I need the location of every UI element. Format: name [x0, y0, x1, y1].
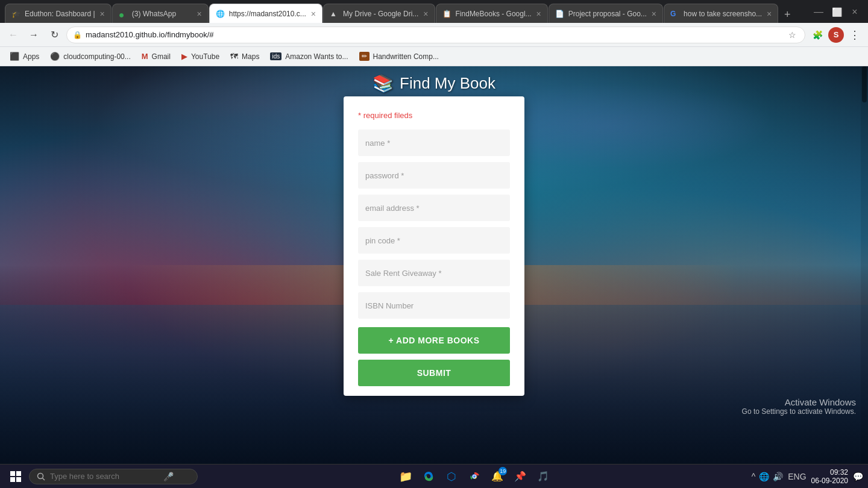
- maps-icon: 🗺: [230, 52, 238, 61]
- microphone-icon[interactable]: 🎤: [163, 472, 174, 481]
- tab-favicon-screenshot: G: [670, 10, 679, 18]
- action-center-icon[interactable]: 💬: [853, 472, 863, 481]
- gmail-icon: M: [142, 52, 148, 61]
- taskbar-search-bar[interactable]: 🎤: [29, 469, 198, 484]
- tab-favicon-drive: ▲: [330, 10, 338, 18]
- bookmark-gmail[interactable]: M Gmail: [137, 49, 175, 64]
- minimize-button[interactable]: —: [810, 4, 827, 20]
- svg-point-4: [38, 473, 43, 478]
- profile-button[interactable]: S: [828, 27, 844, 43]
- bookmark-youtube-label: YouTube: [191, 52, 219, 61]
- isbn-input[interactable]: [358, 292, 510, 319]
- taskbar-notifications-app[interactable]: 🔔 19: [486, 466, 508, 487]
- tab-favicon-eduthon: 🎓: [11, 10, 20, 18]
- menu-button[interactable]: ⋮: [846, 27, 863, 43]
- tab-proposal[interactable]: 📄 Project proposal - Goo... ×: [549, 4, 663, 23]
- bookmark-handwritten[interactable]: ✏ Handwritten Comp...: [354, 49, 444, 64]
- bookmark-youtube[interactable]: ▶ YouTube: [177, 49, 224, 64]
- new-tab-button[interactable]: +: [779, 6, 796, 23]
- bookmark-maps-label: Maps: [242, 52, 259, 61]
- taskbar-vscode[interactable]: ⬡: [441, 466, 462, 487]
- tab-title-findmybook: https://madanst2010.c...: [229, 10, 306, 18]
- back-button[interactable]: ←: [5, 27, 22, 43]
- taskbar-right: ^ 🌐 🔊 ENG 09:32 06-09-2020 💬: [752, 468, 863, 485]
- tab-close-whatsapp[interactable]: ×: [197, 9, 202, 19]
- notification-badge: 19: [498, 467, 507, 475]
- windows-logo-icon: [10, 471, 21, 482]
- tab-close-findmebooks[interactable]: ×: [536, 9, 541, 19]
- bookmarks-bar: ⬛ Apps ⚫ cloudcomputing-00... M Gmail ▶ …: [0, 47, 868, 66]
- taskbar-app-extra2[interactable]: 🎵: [532, 466, 554, 487]
- bookmark-apps-label: Apps: [23, 52, 39, 61]
- email-input[interactable]: [358, 195, 510, 221]
- taskbar-file-explorer[interactable]: 📁: [395, 466, 417, 487]
- taskbar-edge[interactable]: [418, 466, 439, 487]
- handwritten-icon: ✏: [359, 52, 370, 61]
- site-title-container: 📚 Find My Book: [373, 74, 495, 93]
- extensions-button[interactable]: 🧩: [809, 27, 826, 43]
- tab-whatsapp[interactable]: ● (3) WhatsApp ×: [112, 4, 209, 23]
- tab-close-screenshot[interactable]: ×: [767, 9, 772, 19]
- browser-window: 🎓 Eduthon: Dashboard | × ● (3) WhatsApp …: [0, 0, 868, 464]
- clock-time: 09:32: [811, 468, 848, 477]
- taskbar-app-extra1[interactable]: 📌: [509, 466, 531, 487]
- tab-screenshot[interactable]: G how to take screensho... ×: [664, 4, 778, 23]
- language-indicator[interactable]: ENG: [788, 472, 806, 481]
- bookmark-maps[interactable]: 🗺 Maps: [225, 49, 264, 64]
- forward-button[interactable]: →: [25, 27, 42, 43]
- submit-button[interactable]: SUBMIT: [358, 360, 510, 386]
- svg-rect-0: [10, 471, 15, 476]
- tab-title-eduthon: Eduthon: Dashboard |: [25, 10, 95, 18]
- maximize-button[interactable]: ⬜: [828, 4, 845, 20]
- tab-close-proposal[interactable]: ×: [652, 9, 656, 19]
- tray-expand-icon[interactable]: ^: [752, 472, 756, 481]
- bookmark-github-label: cloudcomputing-00...: [63, 52, 130, 61]
- svg-line-5: [43, 478, 45, 480]
- tab-findmybook[interactable]: 🌐 https://madanst2010.c... ×: [209, 4, 322, 23]
- tab-title-proposal: Project proposal - Goo...: [568, 10, 647, 18]
- add-books-button[interactable]: + ADD MORE BOOKS: [358, 327, 510, 354]
- taskbar-left: 🎤: [5, 466, 198, 487]
- address-bar[interactable]: 🔒 madanst2010.github.io/findmybook/# ☆: [66, 27, 805, 43]
- address-text: madanst2010.github.io/findmybook/#: [86, 30, 782, 39]
- tab-favicon-findmebooks: 📋: [442, 10, 451, 18]
- volume-icon[interactable]: 🔊: [773, 472, 783, 481]
- taskbar-apps: 📁 ⬡ 🔔 19 📌 🎵: [395, 466, 554, 487]
- bookmark-amazon-label: Amazon Wants to...: [285, 52, 348, 61]
- page-content: 📚 Find My Book * required fileds + ADD M…: [0, 66, 868, 464]
- name-input[interactable]: [358, 130, 510, 156]
- taskbar-chrome[interactable]: [464, 466, 485, 487]
- tab-eduthon[interactable]: 🎓 Eduthon: Dashboard | ×: [5, 4, 112, 23]
- page-scrollbar[interactable]: [861, 66, 868, 464]
- security-lock-icon: 🔒: [73, 31, 82, 39]
- edge-icon: [423, 471, 435, 483]
- system-tray: ^ 🌐 🔊: [752, 472, 784, 481]
- taskbar-search-input[interactable]: [50, 472, 159, 481]
- tab-close-drive[interactable]: ×: [423, 9, 428, 19]
- bookmark-github[interactable]: ⚫ cloudcomputing-00...: [45, 49, 135, 64]
- tab-drive[interactable]: ▲ My Drive - Google Dri... ×: [323, 4, 435, 23]
- tab-close-eduthon[interactable]: ×: [100, 9, 105, 19]
- site-header: 📚 Find My Book: [0, 66, 868, 93]
- system-clock[interactable]: 09:32 06-09-2020: [811, 468, 848, 485]
- sale-rent-input[interactable]: [358, 260, 510, 286]
- close-button[interactable]: ×: [846, 4, 863, 20]
- tab-close-findmybook[interactable]: ×: [311, 9, 316, 19]
- tab-bar: 🎓 Eduthon: Dashboard | × ● (3) WhatsApp …: [0, 0, 868, 23]
- tab-title-drive: My Drive - Google Dri...: [343, 10, 418, 18]
- tab-favicon-findmybook: 🌐: [216, 10, 224, 18]
- svg-point-8: [473, 475, 476, 478]
- site-title: Find My Book: [400, 74, 495, 93]
- tab-findmebooks[interactable]: 📋 FindMeBooks - Googl... ×: [436, 4, 548, 23]
- clock-date: 06-09-2020: [811, 477, 848, 485]
- network-icon[interactable]: 🌐: [759, 472, 769, 481]
- bookmark-star-button[interactable]: ☆: [785, 28, 799, 42]
- pincode-input[interactable]: [358, 227, 510, 254]
- submit-label: SUBMIT: [417, 368, 451, 378]
- password-input[interactable]: [358, 162, 510, 189]
- start-button[interactable]: [5, 466, 27, 487]
- svg-rect-1: [16, 471, 21, 476]
- bookmark-apps[interactable]: ⬛ Apps: [5, 49, 44, 64]
- bookmark-amazon[interactable]: ids Amazon Wants to...: [265, 49, 353, 64]
- reload-button[interactable]: ↻: [46, 27, 63, 43]
